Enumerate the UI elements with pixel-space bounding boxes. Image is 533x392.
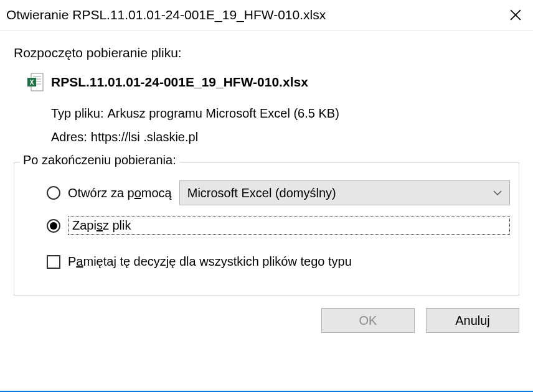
excel-file-icon: X xyxy=(27,73,44,91)
save-file-label[interactable]: Zapisz plik xyxy=(72,218,131,232)
intro-text: Rozpoczęto pobieranie pliku: xyxy=(14,45,519,60)
button-bar: OK Anuluj xyxy=(0,296,533,345)
svg-text:X: X xyxy=(30,79,34,86)
save-file-focus: Zapisz plik xyxy=(68,217,510,235)
file-name: RPSL.11.01.01-24-001E_19_HFW-010.xlsx xyxy=(51,75,308,90)
remember-label[interactable]: Pamiętaj tę decyzję dla wszystkich plikó… xyxy=(68,254,352,269)
save-file-radio[interactable] xyxy=(47,219,60,233)
open-with-selected: Microsoft Excel (domyślny) xyxy=(187,186,336,200)
file-type-label: Typ pliku: xyxy=(51,101,103,125)
after-download-fieldset: Po zakończeniu pobierania: Otwórz za pom… xyxy=(14,162,519,296)
svg-rect-3 xyxy=(33,76,41,77)
file-type-value: Arkusz programu Microsoft Excel (6.5 KB) xyxy=(107,101,339,125)
cancel-button[interactable]: Anuluj xyxy=(426,308,519,333)
fieldset-legend: Po zakończeniu pobierania: xyxy=(19,153,180,167)
remember-checkbox[interactable] xyxy=(47,255,60,269)
open-with-label[interactable]: Otwórz za pomocą xyxy=(68,186,172,200)
save-file-row: Zapisz plik xyxy=(47,217,510,235)
titlebar: Otwieranie RPSL.11.01.01-24-001E_19_HFW-… xyxy=(0,0,533,30)
remember-row: Pamiętaj tę decyzję dla wszystkich plikó… xyxy=(47,254,510,269)
open-with-row: Otwórz za pomocą Microsoft Excel (domyśl… xyxy=(47,180,510,205)
close-button[interactable] xyxy=(506,5,526,25)
window-title: Otwieranie RPSL.11.01.01-24-001E_19_HFW-… xyxy=(6,7,326,22)
file-row: X RPSL.11.01.01-24-001E_19_HFW-010.xlsx xyxy=(27,73,519,91)
close-icon xyxy=(510,9,521,21)
chevron-down-icon xyxy=(493,190,502,195)
open-with-select[interactable]: Microsoft Excel (domyślny) xyxy=(179,180,510,205)
file-address-value: https://lsi .slaskie.pl xyxy=(91,125,198,149)
file-address-label: Adres: xyxy=(51,125,87,149)
file-meta: Typ pliku: Arkusz programu Microsoft Exc… xyxy=(51,101,519,149)
ok-button[interactable]: OK xyxy=(321,308,415,333)
open-with-radio[interactable] xyxy=(47,186,60,200)
